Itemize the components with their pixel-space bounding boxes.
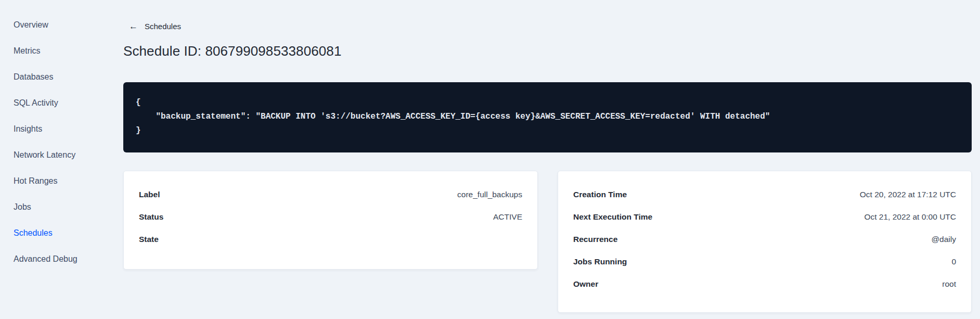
- back-to-schedules-link[interactable]: ← Schedules: [129, 22, 181, 31]
- detail-row-recurrence: Recurrence @daily: [573, 228, 956, 250]
- page-title: Schedule ID: 806799098533806081: [123, 43, 341, 59]
- row-value: root: [942, 279, 956, 289]
- arrow-left-icon: ←: [129, 22, 138, 31]
- sidebar-item-databases[interactable]: Databases: [0, 64, 123, 90]
- sidebar-nav: Overview Metrics Databases SQL Activity …: [0, 0, 123, 319]
- row-label: Label: [139, 190, 160, 199]
- schedule-summary-card: Label core_full_backups Status ACTIVE St…: [123, 171, 538, 270]
- row-label: State: [139, 235, 159, 244]
- row-label: Recurrence: [573, 235, 617, 244]
- row-value: Oct 20, 2022 at 17:12 UTC: [860, 190, 956, 199]
- back-link-label: Schedules: [145, 22, 181, 31]
- sidebar-item-hot-ranges[interactable]: Hot Ranges: [0, 168, 123, 194]
- row-value: 0: [951, 257, 956, 266]
- status-badge: ACTIVE: [493, 212, 522, 222]
- sidebar-item-insights[interactable]: Insights: [0, 116, 123, 142]
- detail-row-label: Label core_full_backups: [139, 183, 522, 206]
- row-label: Owner: [573, 279, 598, 289]
- row-label: Next Execution Time: [573, 212, 652, 222]
- row-label: Status: [139, 212, 163, 222]
- detail-row-creation-time: Creation Time Oct 20, 2022 at 17:12 UTC: [573, 183, 956, 206]
- detail-row-state: State: [139, 228, 522, 250]
- sidebar-item-metrics[interactable]: Metrics: [0, 38, 123, 64]
- row-label: Creation Time: [573, 190, 627, 199]
- detail-cards: Label core_full_backups Status ACTIVE St…: [123, 171, 972, 313]
- detail-row-status: Status ACTIVE: [139, 206, 522, 228]
- schedule-definition-json: { "backup_statement": "BACKUP INTO 's3:/…: [136, 96, 959, 138]
- row-value: @daily: [931, 235, 956, 244]
- row-label: Jobs Running: [573, 257, 627, 266]
- main-content: ← Schedules Schedule ID: 806799098533806…: [123, 0, 972, 319]
- schedule-timing-card: Creation Time Oct 20, 2022 at 17:12 UTC …: [558, 171, 972, 313]
- sidebar-item-jobs[interactable]: Jobs: [0, 194, 123, 220]
- schedule-definition-code-block: { "backup_statement": "BACKUP INTO 's3:/…: [123, 82, 972, 152]
- row-value: core_full_backups: [457, 190, 522, 199]
- row-value: Oct 21, 2022 at 0:00 UTC: [864, 212, 956, 222]
- sidebar-item-advanced-debug[interactable]: Advanced Debug: [0, 246, 123, 272]
- detail-row-owner: Owner root: [573, 273, 956, 295]
- sidebar-item-sql-activity[interactable]: SQL Activity: [0, 90, 123, 116]
- sidebar-item-network-latency[interactable]: Network Latency: [0, 142, 123, 168]
- sidebar-item-schedules[interactable]: Schedules: [0, 220, 123, 246]
- sidebar-item-overview[interactable]: Overview: [0, 12, 123, 38]
- detail-row-next-execution-time: Next Execution Time Oct 21, 2022 at 0:00…: [573, 206, 956, 228]
- detail-row-jobs-running: Jobs Running 0: [573, 250, 956, 273]
